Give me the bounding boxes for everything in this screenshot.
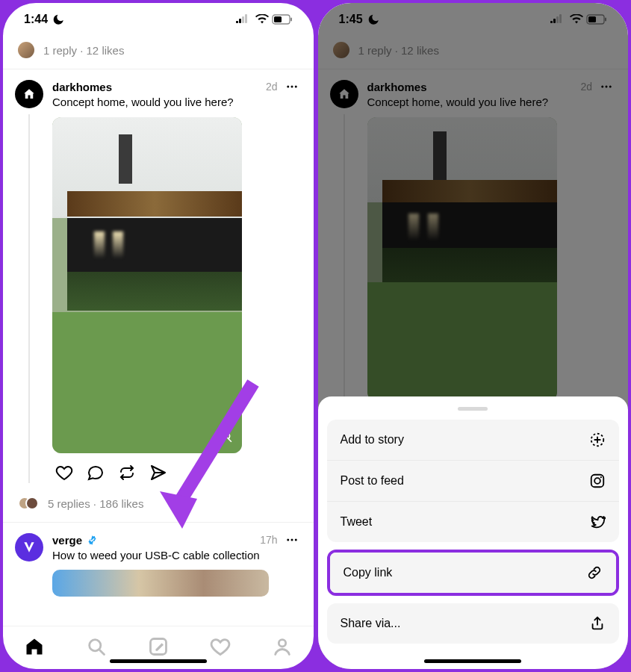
svg-rect-23 [588, 16, 596, 22]
thread-stats-text: 1 reply · 12 likes [358, 44, 439, 57]
post-text: Concept home, would you live here? [367, 95, 617, 110]
svg-point-12 [294, 539, 296, 541]
share-icon [589, 615, 606, 632]
tweet-button[interactable]: Tweet [327, 502, 620, 542]
row-label: Add to story [341, 433, 404, 447]
dnd-moon-icon [367, 13, 379, 25]
battery-icon [272, 14, 293, 25]
svg-rect-24 [605, 18, 606, 22]
share-sheet: Add to story Post to feed Tweet Copy [318, 396, 629, 669]
sheet-group: Add to story Post to feed Tweet [327, 420, 620, 542]
svg-point-30 [594, 478, 600, 484]
username[interactable]: verge [52, 534, 82, 547]
post[interactable]: verge 17h How to weed your USB-C cable c… [3, 523, 314, 603]
svg-point-7 [287, 86, 289, 88]
status-time: 1:45 [339, 13, 363, 26]
svg-point-25 [601, 86, 603, 88]
dual-sim-signal-icon [550, 14, 567, 25]
svg-point-8 [290, 86, 293, 88]
post-text: How to weed your USB-C cable collection [52, 548, 302, 563]
more-icon [597, 80, 616, 93]
nav-search-icon[interactable] [86, 636, 107, 660]
row-label: Copy link [344, 566, 393, 579]
reply-icon[interactable] [87, 464, 105, 482]
post-media [367, 117, 557, 401]
username[interactable]: darkhomes [52, 81, 112, 93]
sheet-handle[interactable] [458, 407, 488, 411]
row-label: Tweet [341, 515, 373, 529]
dual-sim-signal-icon [236, 14, 252, 25]
thread-line [344, 114, 345, 401]
post-media[interactable] [52, 117, 242, 453]
add-story-icon [589, 432, 606, 448]
svg-point-10 [287, 539, 289, 541]
svg-rect-0 [236, 21, 238, 23]
sheet-group: Share via... [327, 603, 620, 644]
svg-point-9 [294, 86, 296, 88]
post-media[interactable] [52, 570, 269, 597]
svg-rect-29 [591, 475, 604, 488]
nav-profile-icon[interactable] [272, 636, 293, 660]
status-time: 1:44 [24, 13, 48, 26]
avatar[interactable] [18, 42, 34, 58]
svg-point-31 [600, 476, 602, 478]
svg-point-11 [290, 539, 293, 541]
nav-home-icon[interactable] [24, 636, 45, 660]
svg-line-15 [99, 650, 104, 654]
svg-rect-19 [553, 19, 556, 23]
instagram-icon [589, 473, 606, 489]
row-label: Share via... [341, 617, 401, 630]
svg-rect-1 [239, 19, 241, 23]
repost-icon[interactable] [118, 464, 136, 482]
link-icon [586, 564, 603, 581]
nav-compose-icon[interactable] [148, 636, 169, 660]
mute-icon[interactable] [215, 426, 234, 446]
home-indicator[interactable] [424, 659, 521, 663]
svg-rect-5 [274, 16, 282, 22]
svg-rect-6 [290, 18, 292, 22]
share-via-button[interactable]: Share via... [327, 603, 620, 644]
add-to-story-button[interactable]: Add to story [327, 420, 620, 461]
stacked-avatars[interactable] [18, 495, 39, 511]
copy-link-button[interactable]: Copy link [330, 553, 617, 593]
more-icon[interactable] [282, 80, 302, 93]
svg-rect-21 [559, 14, 562, 23]
more-icon[interactable] [282, 533, 302, 547]
phone-left: 1:44 1 reply · 12 likes [3, 3, 314, 669]
twitter-icon [589, 514, 606, 530]
battery-icon [586, 14, 607, 25]
username: darkhomes [367, 81, 427, 93]
row-label: Post to feed [341, 474, 404, 488]
svg-point-26 [606, 86, 608, 88]
post-stats[interactable]: 5 replies · 186 likes [3, 491, 314, 522]
post: darkhomes 2d Concept home, would you liv… [318, 69, 629, 408]
avatar[interactable] [15, 533, 43, 561]
svg-rect-18 [550, 21, 553, 23]
wifi-icon [255, 14, 269, 25]
svg-rect-2 [242, 16, 244, 23]
post[interactable]: darkhomes 2d Concept home, would you liv… [3, 69, 314, 491]
post-time: 2d [580, 81, 592, 93]
prev-thread-stats[interactable]: 1 reply · 12 likes [3, 36, 314, 69]
feed[interactable]: 1 reply · 12 likes darkhomes 2d [3, 36, 314, 626]
post-text: Concept home, would you live here? [52, 95, 302, 110]
avatar[interactable] [15, 80, 43, 108]
nav-activity-icon[interactable] [210, 636, 231, 660]
like-icon[interactable] [55, 464, 73, 482]
prev-thread-stats: 1 reply · 12 likes [318, 36, 629, 69]
phone-right: 1:45 1 reply · 12 likes [318, 3, 629, 669]
post-time: 2d [266, 81, 278, 93]
post-to-feed-button[interactable]: Post to feed [327, 461, 620, 502]
annotation-highlight: Copy link [327, 550, 620, 596]
avatar [333, 42, 349, 58]
home-indicator[interactable] [110, 659, 207, 663]
post-stats-text: 5 replies · 186 likes [48, 497, 143, 510]
svg-point-14 [89, 639, 100, 650]
svg-point-17 [279, 639, 285, 646]
post-time: 17h [260, 534, 277, 546]
svg-rect-20 [556, 16, 559, 23]
share-icon[interactable] [149, 464, 167, 482]
svg-point-27 [609, 86, 612, 88]
thread-stats-text: 1 reply · 12 likes [43, 44, 124, 57]
svg-rect-3 [245, 14, 247, 23]
